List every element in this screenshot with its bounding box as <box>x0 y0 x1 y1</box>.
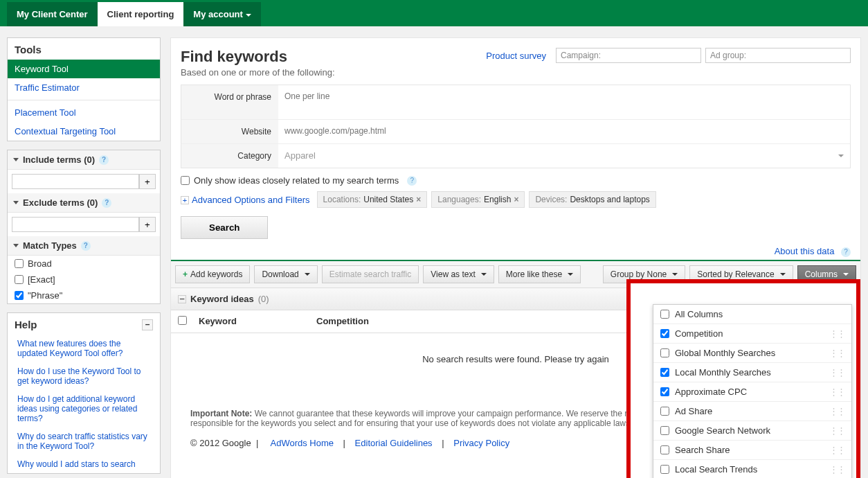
closely-checkbox[interactable] <box>181 176 190 185</box>
note-label: Important Note: <box>190 409 252 418</box>
search-button[interactable]: Search <box>181 216 268 239</box>
match-type-row: "Phrase" <box>8 287 160 303</box>
word-input[interactable] <box>282 89 846 113</box>
product-survey-link[interactable]: Product survey <box>486 51 546 61</box>
tool-keyword-tool[interactable]: Keyword Tool <box>8 60 160 78</box>
adgroup-input[interactable] <box>705 48 851 63</box>
column-checkbox[interactable] <box>660 368 669 377</box>
tab-client-reporting[interactable]: Client reporting <box>98 2 184 26</box>
estimate-button[interactable]: Estimate search traffic <box>322 265 419 283</box>
help-link[interactable]: Why would I add stars to search <box>8 455 160 473</box>
column-row: Local Monthly Searches⋮⋮ <box>653 363 851 382</box>
columns-panel: All ColumnsCompetition⋮⋮Global Monthly S… <box>653 304 852 478</box>
grip-icon[interactable]: ⋮⋮ <box>829 387 844 397</box>
exclude-input[interactable] <box>12 217 139 232</box>
tool-contextual-targeting[interactable]: Contextual Targeting Tool <box>8 122 160 141</box>
match-header[interactable]: Match Types? <box>8 236 160 256</box>
tab-my-account-label: My account <box>193 9 243 19</box>
grip-icon[interactable]: ⋮⋮ <box>829 406 844 416</box>
adwords-home-link[interactable]: AdWords Home <box>270 438 334 448</box>
word-label: Word or phrase <box>181 85 278 119</box>
column-checkbox[interactable] <box>660 407 669 416</box>
column-label: Approximate CPC <box>675 387 747 397</box>
filter-chip[interactable]: Devices: Desktops and laptops <box>529 191 655 208</box>
grip-icon[interactable]: ⋮⋮ <box>829 328 844 339</box>
grip-icon[interactable]: ⋮⋮ <box>829 367 844 378</box>
grip-icon[interactable]: ⋮⋮ <box>829 464 844 475</box>
download-button[interactable]: Download <box>254 265 317 283</box>
close-icon[interactable]: × <box>416 195 421 204</box>
caret-down-icon <box>246 14 251 17</box>
include-input[interactable] <box>12 174 139 189</box>
chip-value: English <box>484 195 511 204</box>
exclude-header[interactable]: Exclude terms (0)? <box>8 193 160 213</box>
chip-key: Languages: <box>437 195 481 204</box>
tab-client-center[interactable]: My Client Center <box>7 2 98 26</box>
section-count: (0) <box>258 294 269 304</box>
help-heading: Help <box>15 319 37 330</box>
category-value: Apparel <box>284 150 316 161</box>
page-title: Find keywords <box>181 48 335 66</box>
view-label: View as text <box>431 269 475 279</box>
more-like-button[interactable]: More like these <box>498 265 581 283</box>
sorted-label: Sorted by Relevance <box>697 269 774 279</box>
chip-key: Devices: <box>535 195 567 204</box>
column-label: Global Monthly Searches <box>675 348 775 358</box>
privacy-link[interactable]: Privacy Policy <box>453 438 509 448</box>
column-row: All Columns <box>653 305 851 324</box>
view-as-text-button[interactable]: View as text <box>423 265 494 283</box>
exclude-add-button[interactable]: + <box>139 217 156 232</box>
help-icon[interactable]: ? <box>81 241 91 251</box>
column-checkbox[interactable] <box>660 329 669 338</box>
collapse-button[interactable]: – <box>142 319 153 330</box>
column-checkbox[interactable] <box>660 387 669 396</box>
filter-chip[interactable]: Locations: United States × <box>317 191 428 208</box>
include-header[interactable]: Include terms (0)? <box>8 150 160 170</box>
column-checkbox[interactable] <box>660 348 669 357</box>
website-input[interactable] <box>282 124 846 138</box>
close-icon[interactable]: × <box>514 195 518 204</box>
help-icon[interactable]: ? <box>99 155 109 165</box>
match-checkbox[interactable] <box>15 291 24 300</box>
select-all-checkbox[interactable] <box>178 316 187 325</box>
help-link[interactable]: How do I use the Keyword Tool to get key… <box>8 362 160 390</box>
about-data-link[interactable]: About this data ? <box>181 246 851 257</box>
include-label: Include terms (0) <box>23 154 95 165</box>
column-label: Google Search Network <box>675 425 770 436</box>
campaign-input[interactable] <box>556 48 701 63</box>
column-checkbox[interactable] <box>660 445 669 454</box>
match-label: Broad <box>28 258 52 269</box>
match-checkbox[interactable] <box>15 275 24 284</box>
col-keyword[interactable]: Keyword <box>199 316 316 327</box>
grip-icon[interactable]: ⋮⋮ <box>829 425 844 436</box>
column-checkbox[interactable] <box>660 426 669 435</box>
match-checkbox[interactable] <box>15 259 24 268</box>
expand-icon <box>13 244 19 247</box>
help-icon[interactable]: ? <box>841 247 851 257</box>
grip-icon[interactable]: ⋮⋮ <box>829 445 844 455</box>
help-link[interactable]: What new features does the updated Keywo… <box>8 335 160 362</box>
tool-traffic-estimator[interactable]: Traffic Estimator <box>8 78 160 97</box>
column-checkbox[interactable] <box>660 465 669 474</box>
help-icon[interactable]: ? <box>407 176 417 186</box>
tool-placement-tool[interactable]: Placement Tool <box>8 103 160 122</box>
caret-down-icon <box>568 273 573 276</box>
help-link[interactable]: How do I get additional keyword ideas us… <box>8 390 160 427</box>
tab-my-account[interactable]: My account <box>183 2 261 26</box>
include-add-button[interactable]: + <box>139 174 156 189</box>
column-checkbox[interactable] <box>660 310 669 319</box>
content-area: Find keywords Based on one or more of th… <box>170 37 861 478</box>
expand-icon <box>13 201 19 204</box>
column-label: All Columns <box>675 309 723 319</box>
help-icon[interactable]: ? <box>102 198 111 208</box>
add-keywords-button[interactable]: +Add keywords <box>175 265 250 283</box>
editorial-link[interactable]: Editorial Guidelines <box>355 438 433 448</box>
closely-label: Only show ideas closely related to my se… <box>194 175 399 186</box>
match-label: Match Types <box>23 240 77 251</box>
filter-chip[interactable]: Languages: English × <box>431 191 525 208</box>
column-row: Ad Share⋮⋮ <box>653 402 851 421</box>
category-select[interactable]: Apparel <box>282 148 846 163</box>
grip-icon[interactable]: ⋮⋮ <box>829 348 844 358</box>
help-link[interactable]: Why do search traffic statistics vary in… <box>8 427 160 455</box>
advanced-link[interactable]: +Advanced Options and Filters <box>181 195 310 205</box>
